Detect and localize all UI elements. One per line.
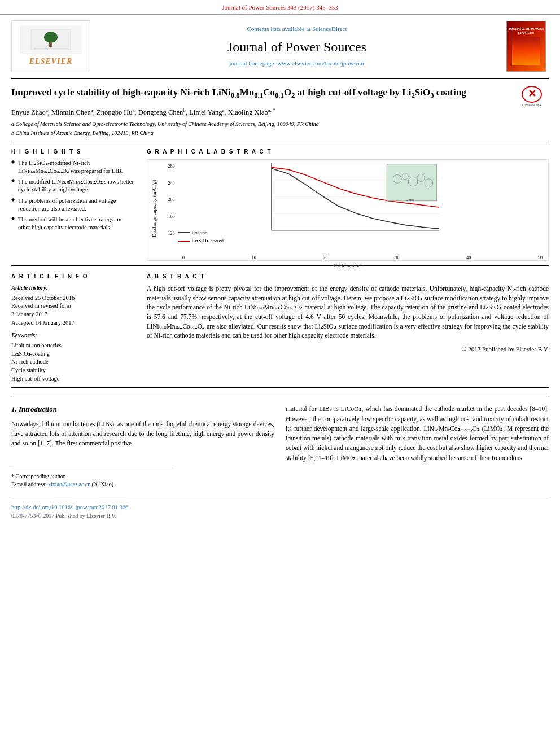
copyright: © 2017 Published by Elsevier B.V. [147,345,549,353]
legend-coated: Li₂SiO₃-coated [178,237,224,244]
graph-container: Discharge capacity (mAh/g) 280 240 200 1… [147,159,549,261]
paper-title: Improved cycle stability of high-capacit… [11,86,549,101]
corresp-label: * Corresponding author. [11,473,549,480]
journal-bar-link[interactable]: Journal of Power Sources 343 (2017) 345–… [222,4,338,11]
title-sub1: 0.8 [231,91,240,99]
y-ticks: 280 240 200 160 120 [160,163,175,237]
legend-coated-line [178,241,190,242]
x-tick-50: 50 [538,255,542,261]
affiliation-a: a College of Materials Science and Opto-… [11,120,549,128]
crossmark-label: CrossMark [522,103,541,108]
highlights-section: H I G H L I G H T S The Li₂SiO₃-modified… [11,148,135,261]
keyword-1: Lithium-ion batteries [11,342,135,350]
svg-rect-10 [387,164,436,201]
abstract-header: A B S T R A C T [147,273,549,281]
graphical-abstract-section: G R A P H I C A L A B S T R A C T Discha… [147,148,549,261]
corresp-email[interactable]: xlxiao@ucas.ac.cn [48,481,90,487]
keyword-2: Li₂SiO₃-coating [11,350,135,359]
journal-homepage: journal homepage: www.elsevier.com/locat… [229,59,364,68]
keyword-5: High cut-off voltage [11,375,135,383]
highlight-item-3: The problems of polarization and voltage… [11,197,135,213]
article-info-header: A R T I C L E I N F O [11,273,135,281]
intro-two-col: 1. Introduction Nowadays, lithium-ion ba… [11,404,549,463]
elsevier-wordmark: ELSEVIER [29,56,72,67]
article-info-section: A R T I C L E I N F O Article history: R… [11,273,135,383]
keywords-section: Keywords: Lithium-ion batteries Li₂SiO₃-… [11,331,135,383]
intro-right-col: material for LIBs is LiCoO₂, which has d… [286,404,549,463]
keyword-4: Cycle stability [11,366,135,375]
crossmark[interactable]: ✕ CrossMark [515,86,549,108]
history-label: Article history: [11,284,135,292]
highlight-item-4: The method will be an effective strategy… [11,216,135,231]
legend-pristine-line [178,232,190,233]
doi-link[interactable]: http://dx.doi.org/10.1016/j.jpowsour.201… [11,504,128,510]
cover-graphic [512,37,540,65]
footer-links: http://dx.doi.org/10.1016/j.jpowsour.201… [11,500,549,520]
intro-right-text: material for LIBs is LiCoO₂, which has d… [286,404,549,463]
top-banner: ELSEVIER Contents lists available at Sci… [11,15,549,79]
y-tick-160: 160 [160,213,175,220]
revised-label: Received in revised form [11,302,135,311]
affiliation-b: b China Institute of Atomic Energy, Beij… [11,129,549,137]
elsevier-svg-logo [28,27,73,53]
graphical-abstract-header: G R A P H I C A L A B S T R A C T [147,148,549,156]
divider-3 [11,387,549,388]
x-axis-label: Cycle number [151,262,545,269]
x-tick-0: 0 [182,255,185,261]
x-tick-30: 30 [395,255,399,261]
cover-title: JOURNAL OF POWER SOURCES [507,27,545,35]
paper-content: Improved cycle stability of high-capacit… [11,79,549,520]
received-date: Received 25 October 2016 [11,294,135,303]
x-tick-10: 10 [252,255,256,261]
corresp-email-line: E-mail address: xlxiao@ucas.ac.cn (X. Xi… [11,480,549,488]
crossmark-circle: ✕ [522,86,542,103]
intro-left-text: Nowadays, lithium-ion batteries (LIBs), … [11,420,274,449]
chart-svg: 2mm [176,163,545,237]
sciencedirect-link-text[interactable]: ScienceDirect [312,25,347,32]
corresp-email-name: (X. Xiao). [92,481,115,487]
journal-title-center: Contents lists available at ScienceDirec… [96,20,498,72]
affiliations: a College of Materials Science and Opto-… [11,120,549,137]
chart-plot-area: 280 240 200 160 120 [160,163,545,254]
y-tick-280: 280 [160,163,175,169]
intro-left-col: 1. Introduction Nowadays, lithium-ion ba… [11,404,274,463]
svg-text:2mm: 2mm [406,198,414,202]
title-sub4: 2 [291,91,295,99]
issn-line: 0378-7753/© 2017 Published by Elsevier B… [11,512,549,520]
chart-area: Discharge capacity (mAh/g) 280 240 200 1… [151,163,545,254]
authors-line: Enyue Zhaoa, Minmin Chena, Zhongbo Hua, … [11,107,549,118]
cover-box: JOURNAL OF POWER SOURCES [506,21,546,72]
elsevier-image [20,25,82,54]
journal-name: Journal of Power Sources [228,38,366,57]
svg-rect-2 [49,42,53,47]
accepted-date: Accepted 14 January 2017 [11,319,135,327]
highlight-item-2: The modified LiNi₀.₈Mn₀.₁Co₀.₁O₂ shows b… [11,178,135,194]
x-tick-40: 40 [466,255,471,261]
legend-coated-label: Li₂SiO₃-coated [192,237,224,244]
y-tick-120: 120 [160,230,175,237]
highlights-graphical-row: H I G H L I G H T S The Li₂SiO₃-modified… [11,148,549,261]
elsevier-logo-area: ELSEVIER [11,20,90,72]
highlights-list: The Li₂SiO₃-modified Ni-rich LiNi₀.₈Mn₀.… [11,159,135,231]
abstract-text: A high cut-off voltage is pretty pivotal… [147,284,549,340]
title-sio-sub: 3 [430,91,434,99]
keyword-3: Ni-rich cathode [11,358,135,366]
corresp-section: * Corresponding author. E-mail address: … [11,468,549,488]
corresp-divider [11,468,173,468]
title-sub2: 0.1 [254,91,263,99]
journal-bar: Journal of Power Sources 343 (2017) 345–… [0,0,560,15]
highlight-item-1: The Li₂SiO₃-modified Ni-rich LiNi₀.₈Mn₀.… [11,159,135,175]
y-tick-240: 240 [160,180,175,186]
article-history: Article history: Received 25 October 201… [11,284,135,327]
y-axis-label: Discharge capacity (mAh/g) [151,163,158,254]
corresp-email-label: E-mail address: [11,481,46,487]
title-sub3: 0.1 [275,91,284,99]
journal-cover-img: JOURNAL OF POWER SOURCES [504,20,549,72]
legend-pristine-label: Pristine [192,229,208,237]
homepage-url[interactable]: www.elsevier.com/locate/jpowsour [277,60,364,67]
article-info-abstract-row: A R T I C L E I N F O Article history: R… [11,273,549,383]
abstract-section: A B S T R A C T A high cut-off voltage i… [147,273,549,383]
divider-1 [11,143,549,143]
legend-pristine: Pristine [178,229,224,237]
y-tick-200: 200 [160,196,175,203]
